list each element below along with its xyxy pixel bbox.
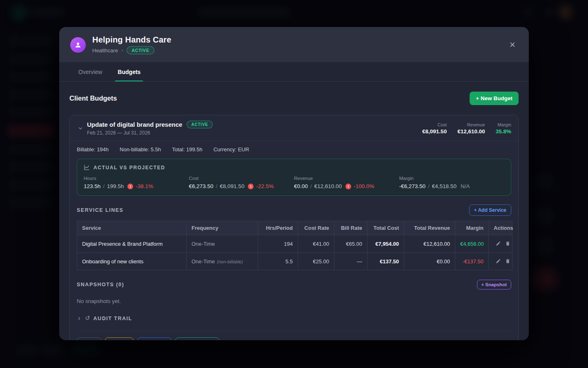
client-identity: Helping Hands Care Healthcare • ACTIVE <box>92 35 172 54</box>
delete-icon[interactable] <box>504 240 511 247</box>
close-budget-button[interactable]: Close <box>105 337 134 340</box>
service-frequency: One-Time(non-billable) <box>187 253 258 270</box>
avp-metric-hours: Hours 123.5h / 199.5h ! -38.1% <box>84 176 189 189</box>
alert-icon: ! <box>127 184 133 189</box>
edit-icon[interactable] <box>495 240 502 247</box>
client-detail-modal: Helping Hands Care Healthcare • ACTIVE ✕… <box>59 27 529 340</box>
avp-title: ACTUAL VS PROJECTED <box>94 165 165 171</box>
service-bill-rate: — <box>334 253 368 270</box>
modal-tabbar: Overview Budgets <box>59 62 529 82</box>
client-industry: Healthcare <box>92 47 118 54</box>
table-row: Onboarding of new clients One-Time(non-b… <box>77 253 512 270</box>
service-total-revenue: €0.00 <box>404 253 455 270</box>
meta-nonbillable: Non-billable: 5.5h <box>120 146 161 153</box>
service-total-cost: €7,954.00 <box>368 235 404 253</box>
delete-icon[interactable] <box>504 258 511 265</box>
snapshots-empty-message: No snapshots yet. <box>70 294 518 304</box>
budgets-tab-content: Client Budgets + New Budget Update of di… <box>59 82 529 340</box>
col-margin: Margin <box>455 221 489 235</box>
col-frequency: Frequency <box>187 221 258 235</box>
service-name: Digital Presence & Brand Platform <box>77 235 187 253</box>
col-actions: Actions <box>489 221 512 235</box>
service-cost-rate: €41.00 <box>298 235 334 253</box>
tab-overview[interactable]: Overview <box>76 62 105 81</box>
meta-total: Total: 199.5h <box>172 146 202 153</box>
summary-cost: Cost €8,091.50 <box>422 122 447 135</box>
service-hrs: 194 <box>258 235 298 253</box>
table-row: Digital Presence & Brand Platform One-Ti… <box>77 235 512 253</box>
service-hrs: 5.5 <box>258 253 298 270</box>
meta-currency: Currency: EUR <box>214 146 249 153</box>
budget-card: Update of digital brand presence ACTIVE … <box>69 115 519 340</box>
summary-revenue: Revenue €12,610.00 <box>457 122 485 135</box>
table-header-row: Service Frequency Hrs/Period Cost Rate B… <box>77 221 512 235</box>
service-total-cost: €137.50 <box>368 253 404 270</box>
hours-delta: -38.1% <box>136 183 153 189</box>
budget-date-range: Feb 21, 2026 — Jul 31, 2026 <box>87 130 213 136</box>
budget-card-header[interactable]: Update of digital brand presence ACTIVE … <box>70 115 518 141</box>
budget-hours-meta: Billable: 194h Non-billable: 5.5h Total:… <box>70 141 518 157</box>
audit-trail-toggle[interactable]: ↺ AUDIT TRAIL <box>70 304 139 321</box>
service-bill-rate: €65.00 <box>334 235 368 253</box>
chevron-right-icon <box>77 316 82 321</box>
avp-metric-cost: Cost €6,273.50 / €8,091.50 ! -22.5% <box>189 176 294 189</box>
client-avatar <box>70 37 86 53</box>
service-total-revenue: €12,610.00 <box>404 235 455 253</box>
tab-budgets[interactable]: Budgets <box>115 62 143 81</box>
export-csv-button[interactable]: Export CSV <box>175 337 219 340</box>
summary-margin-label: Margin <box>496 122 511 127</box>
col-service: Service <box>77 221 187 235</box>
snapshots-heading: SNAPSHOTS (0) <box>77 282 124 287</box>
budget-heading: Update of digital brand presence ACTIVE … <box>87 121 213 136</box>
col-cost-rate: Cost Rate <box>298 221 334 235</box>
alert-icon: ! <box>248 184 254 189</box>
client-name: Helping Hands Care <box>92 35 172 45</box>
edit-icon[interactable] <box>495 258 502 265</box>
service-actions <box>489 235 512 253</box>
alert-icon: ! <box>345 184 351 189</box>
col-hrs-period: Hrs/Period <box>258 221 298 235</box>
line-chart-icon <box>84 164 90 171</box>
service-name: Onboarding of new clients <box>77 253 187 270</box>
service-margin: €4,656.00 <box>455 235 489 253</box>
budget-status-badge: ACTIVE <box>187 121 212 128</box>
dot-separator-icon: • <box>122 48 123 53</box>
cost-delta: -22.5% <box>256 183 274 189</box>
summary-cost-value: €8,091.50 <box>422 128 447 135</box>
col-total-revenue: Total Revenue <box>404 221 455 235</box>
page-title: Client Budgets <box>69 94 117 102</box>
meta-billable: Billable: 194h <box>77 146 109 153</box>
revenue-delta: -100.0% <box>354 183 374 189</box>
col-total-cost: Total Cost <box>368 221 404 235</box>
budget-name: Update of digital brand presence <box>87 121 182 128</box>
budget-actions: Edit Close Archive Export CSV <box>70 331 518 340</box>
service-margin: -€137.50 <box>455 253 489 270</box>
summary-revenue-label: Revenue <box>457 122 485 127</box>
summary-margin-value: 35.8% <box>496 128 511 135</box>
edit-button[interactable]: Edit <box>77 337 101 340</box>
actual-vs-projected-panel: ACTUAL VS PROJECTED Hours 123.5h / 199.5… <box>77 159 511 196</box>
service-actions <box>489 253 512 270</box>
user-icon <box>74 41 82 49</box>
archive-button[interactable]: Archive <box>137 337 172 340</box>
service-lines-table: Service Frequency Hrs/Period Cost Rate B… <box>77 221 512 270</box>
avp-metric-revenue: Revenue €0.00 / €12,610.00 ! -100.0% <box>294 176 399 189</box>
new-budget-button[interactable]: + New Budget <box>470 92 519 105</box>
service-lines-heading: SERVICE LINES <box>77 207 123 213</box>
avp-metric-margin: Margin -€6,273.50 / €4,518.50 N/A <box>399 176 505 189</box>
audit-trail-heading: AUDIT TRAIL <box>94 316 132 321</box>
modal-header: Helping Hands Care Healthcare • ACTIVE ✕ <box>59 27 529 62</box>
history-icon: ↺ <box>85 315 90 321</box>
close-icon[interactable]: ✕ <box>508 39 517 50</box>
add-snapshot-button[interactable]: + Snapshot <box>477 280 511 289</box>
service-cost-rate: €25.00 <box>298 253 334 270</box>
summary-margin: Margin 35.8% <box>496 122 511 135</box>
margin-delta: N/A <box>461 183 470 189</box>
summary-cost-label: Cost <box>422 122 447 127</box>
client-status-badge: ACTIVE <box>127 46 154 54</box>
chevron-down-icon[interactable] <box>77 125 84 132</box>
col-bill-rate: Bill Rate <box>334 221 368 235</box>
add-service-button[interactable]: + Add Service <box>469 204 511 216</box>
summary-revenue-value: €12,610.00 <box>457 128 485 135</box>
budget-summary-stats: Cost €8,091.50 Revenue €12,610.00 Margin… <box>422 122 511 135</box>
